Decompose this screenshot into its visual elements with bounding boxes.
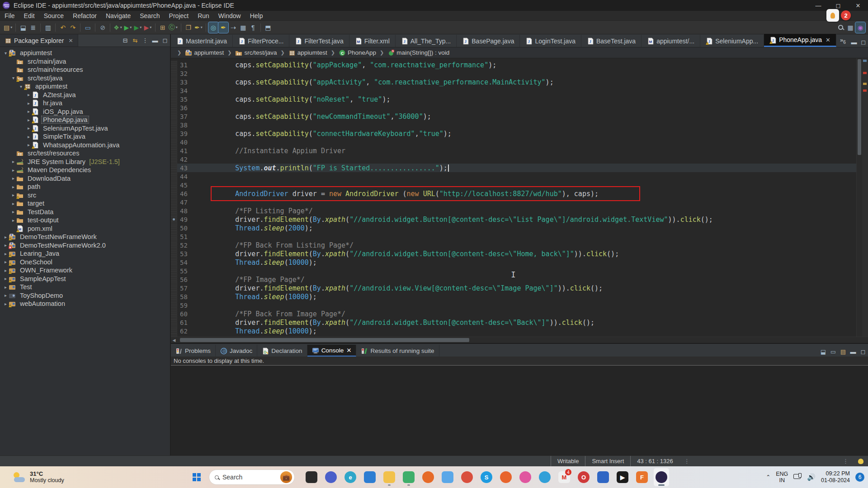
nav-back-button[interactable]: ↶ [58,22,68,33]
taskbar-app-telegram[interactable] [537,468,552,486]
dropdown-arrow-icon[interactable]: ▾ [176,25,178,29]
tree-item-testdata[interactable]: ▸TestData [0,208,170,216]
console-tab-console[interactable]: Console✕ [307,345,357,357]
show-outline-button[interactable]: ▦ [238,22,248,33]
scrollbar-thumb[interactable] [858,59,861,155]
taskbar-app-bluestacks[interactable] [595,468,611,486]
editor-tab-appiumtest-[interactable]: Mappiumtest/... [642,35,700,47]
tree-item-src-test-resources[interactable]: src/test/resources [0,149,170,158]
editor-tab-filtertest-java[interactable]: JFilterTest.java [289,35,349,47]
start-button[interactable] [189,469,204,485]
display-selected-console-button[interactable]: ▭ [828,347,838,357]
highlighter-button[interactable]: ✒ [218,22,228,33]
console-tab-declaration[interactable]: ()Declaration [257,345,307,357]
maximize-view-button[interactable]: ◻ [160,36,170,46]
breadcrumb-item-main-string-void[interactable]: Smain(String[]) : void [387,49,450,56]
tree-item-pom-xml[interactable]: Mpom.xml [0,225,170,233]
code-line-45[interactable]: 45 [171,181,856,189]
tree-item-path[interactable]: ▸path [0,183,170,191]
tree-item-test[interactable]: ▸Test [0,283,170,291]
coverage-button[interactable]: ▶▾ [143,22,153,33]
tree-item-downloaddata[interactable]: ▸DownloadData [0,174,170,183]
volume-icon[interactable]: 🔊 [807,473,816,481]
code-line-31[interactable]: 31 caps.setCapability("appPackage", "com… [171,61,856,69]
new-wizard-button[interactable]: ▤▾ [3,22,13,33]
taskbar-search-box[interactable]: Search 💼 [209,469,295,485]
tree-expand-icon[interactable]: ▸ [10,209,16,214]
taskbar-app-teams-chat[interactable] [323,468,339,486]
code-line-32[interactable]: 32 [171,69,856,78]
console-output-area[interactable] [171,366,868,455]
taskbar-app-media-player[interactable]: ▶ [615,468,630,486]
taskbar-app-edge-browser[interactable]: e [343,468,358,486]
show-whitespace-button[interactable]: ¶ [248,22,258,33]
view-menu-button[interactable]: ⋮ [140,36,150,46]
hidden-icons-chevron[interactable]: ⌃ [766,474,770,480]
code-line-49[interactable]: 49 driver.findElement(By.xpath("//androi… [171,215,856,224]
tree-item-aztest-java[interactable]: ▸JAZtest.java [0,91,170,99]
taskbar-app-eclipse-ide[interactable] [654,468,669,486]
tree-item-src-test-java[interactable]: ▾src/test/java [0,74,170,83]
taskbar-app-file-explorer[interactable] [382,468,397,486]
tree-item-appiumtest[interactable]: ▾Mappiumtest [0,49,170,57]
tree-item-appiumtest[interactable]: ▾appiumtest [0,82,170,91]
editor-tab-masterinit-java[interactable]: JMasterInit.java [171,35,233,47]
tree-item-hr-java[interactable]: ▸Jhr.java [0,99,170,108]
editor-tab-phoneapp-java[interactable]: JPhoneApp.java✕ [764,34,836,47]
tips-lightbulb-icon[interactable] [858,459,863,464]
taskbar-app-brave[interactable] [498,468,514,486]
dropdown-arrow-icon[interactable]: ▾ [150,25,151,29]
tree-expand-icon[interactable]: ▸ [26,101,32,106]
close-tab-icon[interactable]: ✕ [346,347,351,354]
menu-source[interactable]: Source [39,11,68,20]
code-line-41[interactable]: 41 //Instantiate Appium Driver [171,146,856,155]
new-java-class-button[interactable]: Ⓒ▾ [168,22,179,33]
scrollbar-thumb[interactable] [180,338,469,342]
tree-item-demotestnewframework[interactable]: ▸MDemoTestNewFrameWork [0,233,170,241]
minimize-editor-button[interactable]: ▬ [849,37,859,47]
editor-tab-basetest-java[interactable]: JBaseTest.java [581,35,642,47]
code-line-44[interactable]: 44 [171,172,856,181]
editor-horizontal-scrollbar[interactable]: ◀ [171,337,868,343]
dropdown-arrow-icon[interactable]: ▾ [140,25,142,29]
tree-expand-icon[interactable]: ▾ [18,84,24,89]
overview-marker[interactable] [863,72,867,74]
tree-item-own-framework[interactable]: ▸OWN_Framework [0,266,170,275]
close-package-explorer-icon[interactable]: ✕ [69,38,73,44]
tree-item-ios-app-java[interactable]: ▸JiOS_App.java [0,108,170,116]
tree-item-src[interactable]: ▸src [0,191,170,200]
tree-item-toyshopdemo[interactable]: ▸ToyShopDemo [0,291,170,300]
new-java-project-button[interactable]: ⊞ [158,22,168,33]
link-with-editor-button[interactable]: ⇆ [130,36,140,46]
tree-expand-icon[interactable]: ▸ [26,92,32,97]
next-annotation-button[interactable]: ⇢ [228,22,238,33]
skip-breakpoints-button[interactable]: ⊘ [98,22,108,33]
editor-vertical-scrollbar[interactable] [856,58,862,337]
search-button[interactable] [835,22,845,33]
taskbar-app-photos-app[interactable] [440,468,455,486]
overview-ruler[interactable] [862,58,868,337]
editor-tab-filter-xml[interactable]: MFilter.xml [349,35,396,47]
tree-expand-icon[interactable]: ▾ [10,75,16,80]
menu-search[interactable]: Search [135,11,164,20]
taskbar-app-firefox[interactable] [420,468,436,486]
open-console-button[interactable]: ▭ [83,22,93,33]
tree-expand-icon[interactable]: ▸ [3,301,9,306]
tree-item-oneschool[interactable]: ▸OneSchool [0,258,170,267]
print-binary-button[interactable]: ▥ [43,22,53,33]
maximize-editor-button[interactable]: ◻ [859,37,868,47]
scroll-left-arrow-icon[interactable]: ◀ [171,338,177,343]
network-icon[interactable] [793,474,802,480]
overview-marker[interactable] [863,60,867,62]
collapse-all-button[interactable]: ⊟ [120,36,130,46]
close-window-button[interactable]: ✕ [848,0,868,11]
tree-item-learing-java[interactable]: ▸Learing_Java [0,249,170,258]
tree-expand-icon[interactable]: ▸ [3,243,9,248]
tree-expand-icon[interactable]: ▸ [26,109,32,114]
tree-expand-icon[interactable]: ▸ [3,259,9,264]
language-indicator[interactable]: ENGIN [776,471,788,483]
tree-expand-icon[interactable]: ▸ [10,176,16,181]
menu-window[interactable]: Window [214,11,245,20]
tree-item-test-output[interactable]: ▸test-output [0,216,170,225]
code-line-39[interactable]: 39 caps.setCapability("connectHardwareKe… [171,129,856,138]
